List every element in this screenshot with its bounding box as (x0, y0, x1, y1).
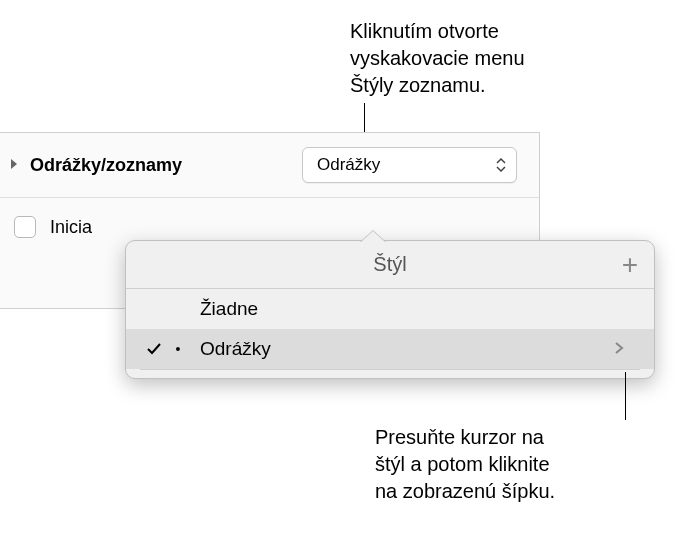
list-style-popup-button[interactable]: Odrážky (302, 147, 517, 183)
chevron-right-icon[interactable] (614, 338, 634, 360)
disclosure-triangle-icon[interactable] (8, 158, 22, 172)
popover-bottom-pad (126, 376, 654, 378)
popover-title: Štýl (373, 253, 406, 276)
dropcap-checkbox[interactable] (14, 216, 36, 238)
popup-button-value: Odrážky (317, 155, 380, 175)
bullet-preview: • (168, 341, 188, 357)
popover-header: Štýl + (126, 241, 654, 289)
add-style-button[interactable]: + (622, 251, 638, 279)
checkmark-icon (140, 341, 168, 357)
callout-top: Kliknutím otvorte vyskakovacie menu Štýl… (350, 18, 525, 99)
style-item-bullets[interactable]: • Odrážky (126, 329, 654, 369)
popup-arrows-icon (492, 154, 510, 176)
style-item-label: Odrážky (188, 338, 614, 360)
callout-line-bottom (625, 372, 626, 420)
bullets-lists-row: Odrážky/zoznamy Odrážky (0, 133, 539, 198)
style-item-label: Žiadne (188, 298, 614, 320)
dropcap-label: Inicia (50, 217, 92, 238)
popover-style-list: Žiadne • Odrážky (126, 289, 654, 369)
bullets-lists-label: Odrážky/zoznamy (30, 155, 302, 176)
callout-bottom-text: Presuňte kurzor na štýl a potom kliknite… (375, 426, 555, 502)
callout-bottom: Presuňte kurzor na štýl a potom kliknite… (375, 424, 555, 505)
callout-top-text: Kliknutím otvorte vyskakovacie menu Štýl… (350, 20, 525, 96)
popover-footer-divider (140, 369, 640, 370)
style-popover: Štýl + Žiadne • Odrážky (125, 240, 655, 379)
style-item-none[interactable]: Žiadne (126, 289, 654, 329)
